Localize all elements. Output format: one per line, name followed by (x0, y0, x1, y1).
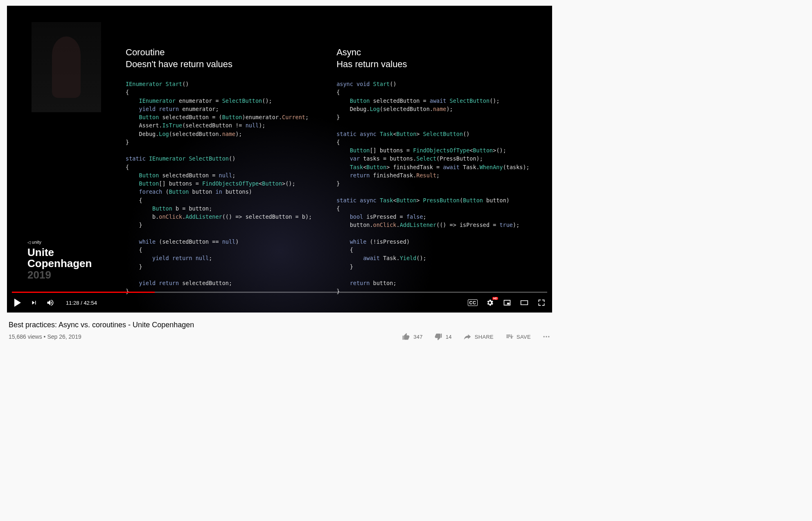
captions-icon: CC (468, 299, 478, 306)
share-button[interactable]: SHARE (463, 333, 494, 341)
event-line3: 2019 (27, 270, 92, 281)
settings-button[interactable] (486, 299, 494, 307)
event-line2: Copenhagen (27, 258, 92, 269)
view-count: 15,686 views (9, 333, 42, 340)
code-left: IEnumerator Start() { IEnumerator enumer… (126, 80, 312, 296)
slide-content: Coroutine Doesn't have return values IEn… (126, 47, 528, 296)
event-line1: Unite (27, 247, 92, 258)
gear-icon (486, 299, 494, 307)
video-info: Best practices: Async vs. coroutines - U… (7, 321, 552, 341)
svg-point-1 (546, 336, 547, 337)
unity-logo: unity (27, 240, 92, 245)
like-count: 347 (413, 334, 423, 340)
save-label: SAVE (517, 334, 531, 340)
svg-point-0 (544, 336, 545, 337)
slide-left-subtitle: Doesn't have return values (126, 59, 232, 69)
volume-icon (46, 298, 54, 307)
volume-button[interactable] (46, 299, 54, 307)
miniplayer-button[interactable] (503, 299, 511, 307)
upload-date: Sep 26, 2019 (47, 333, 81, 340)
code-right: async void Start() { Button selectedButt… (336, 80, 529, 296)
like-button[interactable]: 347 (402, 333, 423, 341)
speaker-camera (32, 22, 101, 112)
share-label: SHARE (475, 334, 494, 340)
theater-button[interactable] (520, 299, 528, 307)
fullscreen-button[interactable] (537, 299, 546, 307)
fullscreen-icon (537, 299, 546, 307)
video-player[interactable]: Coroutine Doesn't have return values IEn… (7, 6, 552, 313)
play-button[interactable] (14, 299, 22, 307)
video-frame: Coroutine Doesn't have return values IEn… (7, 6, 552, 313)
slide-right-subtitle: Has return values (336, 59, 407, 69)
thumbs-down-icon (434, 333, 442, 341)
player-controls: 11:28 / 42:54 CC (7, 293, 552, 313)
save-icon (505, 333, 513, 341)
svg-point-2 (548, 336, 549, 337)
captions-button[interactable]: CC (469, 299, 477, 307)
save-button[interactable]: SAVE (505, 333, 531, 341)
time-display: 11:28 / 42:54 (66, 300, 97, 306)
video-title: Best practices: Async vs. coroutines - U… (9, 321, 550, 329)
more-icon (542, 333, 550, 341)
thumbs-up-icon (402, 333, 410, 341)
time-current: 11:28 (66, 300, 79, 306)
dislike-button[interactable]: 14 (434, 333, 452, 341)
slide-column-async: Async Has return values async void Start… (336, 47, 529, 296)
theater-icon (520, 299, 528, 306)
event-branding: unity Unite Copenhagen 2019 (27, 240, 92, 281)
views-date: 15,686 views • Sep 26, 2019 (9, 333, 402, 340)
more-button[interactable] (542, 333, 550, 341)
next-button[interactable] (30, 299, 38, 307)
next-icon (30, 299, 38, 306)
dislike-count: 14 (446, 334, 452, 340)
play-icon (14, 299, 21, 307)
slide-column-coroutine: Coroutine Doesn't have return values IEn… (126, 47, 312, 296)
slide-right-title: Async (336, 47, 361, 57)
slide-left-title: Coroutine (126, 47, 165, 57)
miniplayer-icon (503, 299, 511, 306)
time-total: 42:54 (83, 300, 97, 306)
share-icon (463, 333, 471, 341)
